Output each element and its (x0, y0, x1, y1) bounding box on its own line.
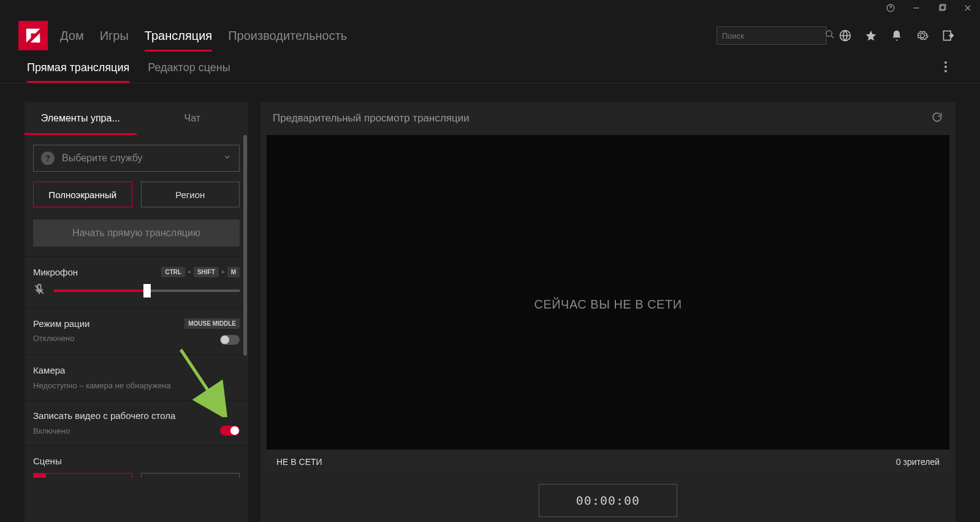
service-dropdown[interactable]: ? Выберите службу (33, 145, 240, 172)
mic-slider[interactable] (54, 290, 240, 292)
nav-tab-home[interactable]: Дом (60, 24, 84, 48)
titlebar (0, 0, 980, 18)
scenes-panel: Сцены 1 + (25, 445, 248, 480)
nav-tab-streaming[interactable]: Трансляция (145, 24, 212, 48)
search-icon[interactable] (825, 29, 835, 42)
scene-add-button[interactable]: + (141, 473, 240, 478)
camera-status: Недоступно – камера не обнаружена (33, 381, 240, 390)
start-stream-button[interactable]: Начать прямую трансляцию (33, 220, 240, 247)
stream-status: НЕ В СЕТИ (276, 457, 322, 467)
maximize-icon[interactable] (936, 4, 948, 15)
sidebar-tabs: Элементы упра... Чат (25, 102, 248, 135)
nav-tab-games[interactable]: Игры (100, 24, 129, 48)
camera-label: Камера (33, 365, 65, 375)
logout-icon[interactable] (941, 28, 955, 43)
mic-label: Микрофон (33, 267, 78, 277)
region-button[interactable]: Регион (141, 182, 240, 207)
timer-row: 00:00:00 (260, 479, 955, 522)
slider-thumb[interactable] (143, 284, 151, 297)
help-circle-icon: ? (41, 152, 55, 165)
mode-buttons: Полноэкранный Регион (33, 182, 240, 207)
record-toggle[interactable] (220, 426, 240, 436)
ptt-panel: Режим рации Отключено MOUSE MIDDLE (25, 308, 248, 355)
preview-title: Предварительный просмотр трансляции (273, 112, 469, 125)
record-panel: Записать видео с рабочего стола Включено (25, 400, 248, 445)
scenes-label: Сцены (33, 456, 62, 466)
subtab-live[interactable]: Прямая трансляция (27, 58, 129, 78)
svg-point-8 (944, 61, 947, 64)
nav-tabs: Дом Игры Трансляция Производительность (60, 24, 347, 48)
ptt-status: Отключено (33, 334, 89, 343)
top-nav: Дом Игры Трансляция Производительность (0, 18, 980, 53)
globe-icon[interactable] (838, 28, 853, 43)
subtab-scene-editor[interactable]: Редактор сцены (148, 58, 230, 78)
ptt-label: Режим рации (33, 318, 89, 329)
search-box[interactable] (716, 26, 827, 45)
svg-point-9 (944, 66, 947, 68)
content: Элементы упра... Чат ? Выберите службу П… (0, 83, 980, 522)
sidebar: Элементы упра... Чат ? Выберите службу П… (25, 102, 248, 522)
sub-nav: Прямая трансляция Редактор сцены (0, 53, 980, 83)
refresh-icon[interactable] (931, 111, 943, 126)
video-preview: СЕЙЧАС ВЫ НЕ В СЕТИ НЕ В СЕТИ 0 зрителей (267, 135, 949, 474)
ptt-toggle[interactable] (220, 335, 240, 345)
search-input[interactable] (722, 31, 825, 40)
nav-tab-performance[interactable]: Производительность (228, 24, 347, 48)
viewer-count: 0 зрителей (896, 457, 940, 467)
hotkey: CTRL (161, 267, 185, 277)
scene-number: 1 (34, 474, 46, 478)
ptt-hotkey: MOUSE MIDDLE (184, 318, 240, 329)
gear-icon[interactable] (915, 28, 930, 43)
preview-statusbar: НЕ В СЕТИ 0 зрителей (267, 450, 949, 474)
chevron-down-icon (223, 153, 232, 164)
svg-point-10 (944, 70, 947, 72)
scene-1-button[interactable]: 1 (33, 473, 132, 478)
plus-icon: + (230, 477, 235, 478)
star-icon[interactable] (864, 28, 878, 43)
more-icon[interactable] (944, 61, 953, 75)
camera-panel: Камера Недоступно – камера не обнаружена (25, 355, 248, 400)
sidebar-tab-controls[interactable]: Элементы упра... (25, 102, 137, 135)
help-icon[interactable] (884, 4, 897, 15)
svg-point-5 (826, 31, 832, 36)
close-icon[interactable] (962, 4, 974, 15)
stream-timer: 00:00:00 (539, 484, 677, 517)
scrollbar[interactable] (243, 135, 247, 356)
minimize-icon[interactable] (910, 4, 922, 15)
mic-hotkeys: CTRL + SHIFT + M (161, 267, 240, 277)
record-status: Включено (33, 426, 175, 436)
preview-area: Предварительный просмотр трансляции СЕЙЧ… (260, 102, 955, 522)
bell-icon[interactable] (889, 28, 904, 43)
mic-panel: Микрофон CTRL + SHIFT + M (25, 256, 248, 308)
mic-muted-icon[interactable] (33, 283, 47, 298)
record-label: Записать видео с рабочего стола (33, 410, 175, 421)
topnav-right (716, 26, 980, 45)
svg-marker-4 (31, 38, 40, 42)
fullscreen-button[interactable]: Полноэкранный (33, 182, 132, 207)
hotkey: SHIFT (194, 267, 219, 277)
sidebar-tab-chat[interactable]: Чат (137, 102, 249, 135)
preview-header: Предварительный просмотр трансляции (260, 102, 955, 135)
hotkey: M (227, 267, 240, 277)
amd-logo[interactable] (18, 21, 48, 50)
offline-message: СЕЙЧАС ВЫ НЕ В СЕТИ (534, 297, 682, 312)
service-panel: ? Выберите службу Полноэкранный Регион Н… (25, 135, 248, 256)
service-placeholder: Выберите службу (62, 153, 143, 164)
